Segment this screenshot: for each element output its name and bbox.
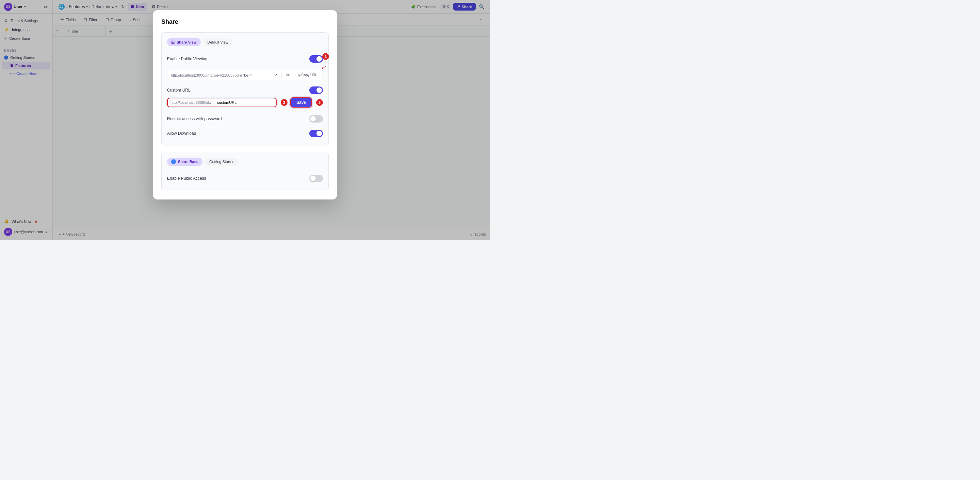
globe-dot-icon bbox=[171, 159, 176, 164]
custom-url-label: Custom URL bbox=[167, 88, 191, 92]
custom-url-input[interactable] bbox=[215, 98, 276, 107]
getting-started-badge-label: Getting Started bbox=[209, 159, 234, 164]
copy-icon: ⎘ bbox=[298, 73, 301, 77]
annotation-2: 2 bbox=[281, 99, 288, 106]
enable-public-viewing-row: Enable Public Viewing bbox=[167, 52, 323, 66]
toggle-knob bbox=[317, 56, 322, 62]
separator bbox=[282, 72, 282, 78]
custom-url-input-wrapper: http://localhost:3000/#/b/ bbox=[167, 98, 277, 107]
custom-url-toggle[interactable] bbox=[309, 86, 323, 94]
enable-public-viewing-toggle[interactable] bbox=[309, 55, 323, 63]
custom-url-input-row: http://localhost:3000/#/b/ 2 Save 3 bbox=[167, 97, 323, 108]
share-url-row: http://localhost:3000/#/nc/view/218037bd… bbox=[167, 70, 323, 80]
embed-button[interactable]: <> bbox=[284, 72, 292, 78]
allow-download-label: Allow Download bbox=[167, 131, 196, 136]
toggle-knob bbox=[310, 116, 316, 121]
enable-public-access-toggle[interactable] bbox=[309, 175, 323, 182]
copy-url-label: Copy URL bbox=[301, 73, 317, 77]
share-base-section: Share Base Getting Started Enable Public… bbox=[161, 152, 329, 191]
copy-url-button[interactable]: ⎘ Copy URL bbox=[296, 72, 319, 78]
annotation-3: 3 bbox=[316, 99, 323, 106]
allow-download-row: Allow Download bbox=[167, 126, 323, 140]
share-url-text: http://localhost:3000/#/nc/view/218037bd… bbox=[171, 73, 270, 77]
default-view-badge[interactable]: Default View bbox=[204, 38, 233, 46]
allow-download-toggle[interactable] bbox=[309, 130, 323, 137]
tab-header: ⊞ Share View Default View bbox=[167, 38, 323, 46]
share-modal: Share ⊞ Share View Default View Enable P… bbox=[153, 10, 337, 199]
share-view-tab[interactable]: ⊞ Share View bbox=[167, 38, 201, 46]
custom-url-row: Custom URL bbox=[167, 84, 323, 95]
modal-title: Share bbox=[161, 18, 329, 26]
enable-public-access-row: Enable Public Access bbox=[167, 171, 323, 185]
share-view-tab-label: Share View bbox=[177, 40, 197, 44]
toggle-knob bbox=[317, 88, 322, 93]
save-button[interactable]: Save bbox=[290, 97, 312, 108]
restrict-access-row: Restrict access with password bbox=[167, 112, 323, 126]
restrict-access-label: Restrict access with password bbox=[167, 116, 222, 121]
share-base-tab[interactable]: Share Base bbox=[167, 158, 202, 166]
enable-public-access-label: Enable Public Access bbox=[167, 176, 206, 181]
getting-started-badge[interactable]: Getting Started bbox=[205, 158, 239, 166]
share-base-tab-label: Share Base bbox=[178, 159, 198, 164]
custom-url-prefix: http://localhost:3000/#/b/ bbox=[168, 98, 215, 107]
grid-tab-icon: ⊞ bbox=[171, 40, 175, 45]
embed-icon: <> bbox=[286, 73, 290, 77]
modal-overlay[interactable]: Share ⊞ Share View Default View Enable P… bbox=[0, 0, 490, 240]
toggle-knob bbox=[310, 175, 316, 181]
default-view-badge-label: Default View bbox=[208, 40, 229, 44]
share-view-section: ⊞ Share View Default View Enable Public … bbox=[161, 32, 329, 147]
restrict-access-toggle[interactable] bbox=[309, 115, 323, 123]
share-base-tab-header: Share Base Getting Started bbox=[167, 158, 323, 166]
enable-public-viewing-label: Enable Public Viewing bbox=[167, 56, 208, 61]
annotation-1: 1 bbox=[322, 53, 329, 60]
toggle-knob bbox=[317, 131, 322, 136]
external-link-icon: ↗ bbox=[275, 73, 277, 77]
open-external-button[interactable]: ↗ bbox=[272, 72, 279, 78]
separator2 bbox=[294, 72, 294, 78]
